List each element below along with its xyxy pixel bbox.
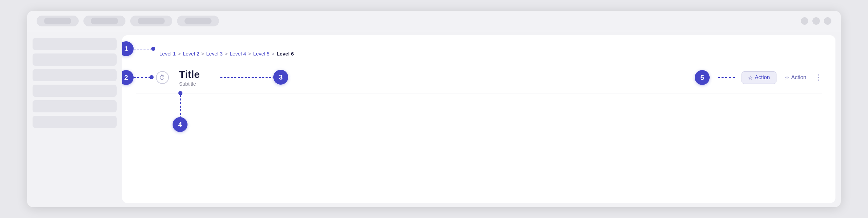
badge-5: 5: [695, 70, 710, 85]
sidebar-item-1[interactable]: [33, 38, 117, 50]
star-icon-secondary: ☆: [785, 74, 789, 81]
control-dot-1: [801, 17, 808, 25]
control-dot-2: [812, 17, 820, 25]
breadcrumb-dot: [151, 47, 155, 51]
badge-1: 1: [122, 41, 134, 56]
breadcrumb-level5[interactable]: Level 5: [253, 51, 270, 57]
badge-2: 2: [122, 70, 134, 85]
dotted-line-4-v: [180, 95, 181, 118]
page-title: Title: [179, 69, 200, 80]
dotted-line-5: [718, 77, 735, 78]
breadcrumb-level6: Level 6: [277, 51, 294, 57]
tab-2[interactable]: [83, 16, 125, 26]
sidebar-item-4[interactable]: [33, 85, 117, 97]
action-primary-label: Action: [755, 74, 770, 81]
dotted-line-breadcrumb: [134, 49, 152, 49]
tab-1-label: [44, 18, 71, 24]
sidebar-item-6[interactable]: [33, 116, 117, 128]
title-bar: [27, 11, 841, 31]
badge-4: 4: [173, 117, 188, 132]
sidebar-item-2[interactable]: [33, 53, 117, 66]
sidebar: [27, 31, 122, 207]
title-block: Title Subtitle: [179, 69, 200, 87]
tab-4-label: [184, 18, 212, 24]
breadcrumb-area: 1 Level 1 > Level 2 > Level 3 > Level 4 …: [122, 35, 835, 62]
window-controls: [801, 17, 831, 25]
action-primary-button[interactable]: ☆ Action: [742, 71, 776, 84]
app-window: 1 Level 1 > Level 2 > Level 3 > Level 4 …: [27, 11, 841, 207]
sep-2: >: [201, 51, 204, 57]
breadcrumb: Level 1 > Level 2 > Level 3 > Level 4 > …: [159, 51, 294, 57]
sep-5: >: [272, 51, 275, 57]
clock-dot: [150, 75, 154, 79]
sep-1: >: [178, 51, 181, 57]
tab-2-label: [91, 18, 118, 24]
badge-3: 3: [273, 70, 288, 85]
breadcrumb-level3[interactable]: Level 3: [206, 51, 222, 57]
breadcrumb-level1[interactable]: Level 1: [159, 51, 176, 57]
breadcrumb-level2[interactable]: Level 2: [183, 51, 199, 57]
dotted-line-2: [134, 77, 151, 78]
breadcrumb-level4[interactable]: Level 4: [230, 51, 246, 57]
control-dot-3: [824, 17, 831, 25]
sep-3: >: [225, 51, 228, 57]
tab-3[interactable]: [130, 16, 172, 26]
clock-icon: ⏱: [156, 71, 169, 84]
tab-4[interactable]: [177, 16, 219, 26]
tab-3-label: [138, 18, 165, 24]
divider: 4: [136, 93, 822, 93]
action-secondary-button[interactable]: ☆ Action: [782, 72, 809, 84]
page-subtitle: Subtitle: [179, 81, 200, 87]
sidebar-item-5[interactable]: [33, 100, 117, 112]
header-area: 2 ⏱ Title Subtitle 3: [122, 62, 835, 93]
header-actions: 5 ☆ Action ☆ Action ⋮: [695, 70, 822, 85]
dotted-line-3: [220, 77, 275, 78]
sidebar-item-3[interactable]: [33, 69, 117, 81]
action-secondary-label: Action: [791, 74, 806, 81]
sep-4: >: [248, 51, 251, 57]
main-layout: 1 Level 1 > Level 2 > Level 3 > Level 4 …: [27, 31, 841, 207]
content-area: 1 Level 1 > Level 2 > Level 3 > Level 4 …: [122, 35, 835, 203]
tab-1[interactable]: [37, 16, 79, 26]
star-icon-primary: ☆: [748, 74, 753, 81]
more-menu-button[interactable]: ⋮: [814, 73, 822, 82]
